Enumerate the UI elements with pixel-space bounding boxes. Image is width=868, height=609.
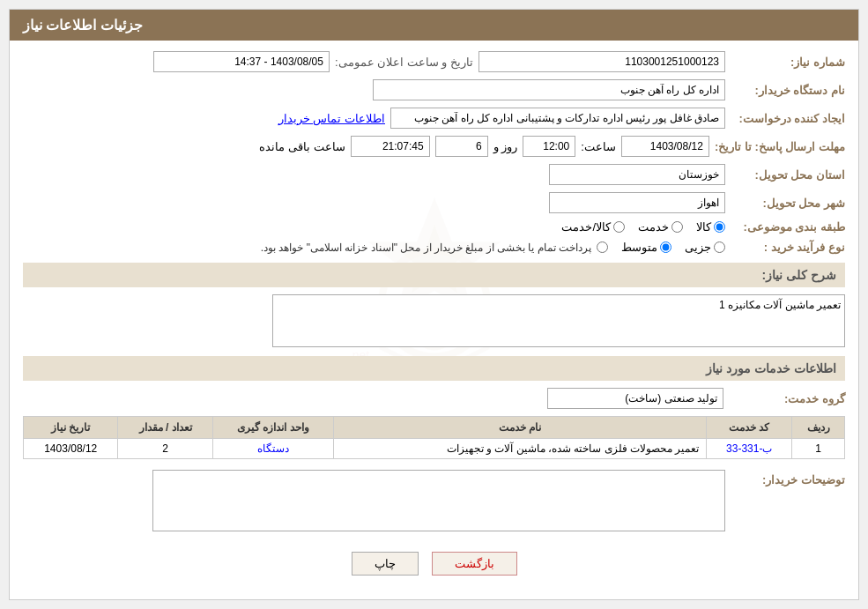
province-input[interactable]: [549, 164, 725, 185]
buyer-notes-textarea[interactable]: [152, 470, 725, 531]
service-group-input[interactable]: [547, 388, 723, 409]
province-row: استان محل تحویل:: [23, 164, 845, 185]
col-header-unit: واحد اندازه گیری: [212, 417, 334, 439]
description-section-title: شرح کلی نیاز:: [23, 263, 845, 287]
cell-code: ب-331-33: [707, 439, 792, 459]
deadline-remaining-input[interactable]: [351, 136, 430, 157]
category-option-khedmat[interactable]: خدمت: [638, 220, 683, 234]
category-radio-group: کالا خدمت کالا/خدمت: [561, 220, 725, 234]
cell-unit: دستگاه: [212, 439, 334, 459]
description-row: تعمیر ماشین آلات مکانیزه 1: [23, 294, 845, 347]
purchase-type-radio-group: جزیی متوسط: [597, 241, 725, 254]
buyer-org-row: نام دستگاه خریدار:: [23, 79, 845, 100]
creator-input[interactable]: [390, 108, 725, 129]
col-header-quantity: تعداد / مقدار: [118, 417, 212, 439]
service-group-row: گروه خدمت:: [23, 388, 845, 409]
days-label: روز و: [493, 140, 518, 153]
service-group-label: گروه خدمت:: [731, 392, 845, 405]
cell-row: 1: [792, 439, 845, 459]
col-header-date: تاریخ نیاز: [24, 417, 118, 439]
need-number-label: شماره نیاز:: [731, 56, 845, 69]
contact-info-link[interactable]: اطلاعات تماس خریدار: [278, 112, 385, 125]
description-textarea[interactable]: تعمیر ماشین آلات مکانیزه 1: [272, 294, 845, 347]
category-option-kala-khedmat[interactable]: کالا/خدمت: [561, 220, 625, 234]
category-option-kala[interactable]: کالا: [696, 220, 725, 234]
city-input[interactable]: [549, 192, 725, 213]
category-row: طبقه بندی موضوعی: کالا خدمت کالا/خدمت: [23, 220, 845, 234]
print-button[interactable]: چاپ: [352, 552, 419, 576]
button-bar: بازگشت چاپ: [23, 538, 845, 589]
need-number-row: شماره نیاز: تاریخ و ساعت اعلان عمومی:: [23, 51, 845, 72]
creator-row: ایجاد کننده درخواست: اطلاعات تماس خریدار: [23, 108, 845, 129]
buyer-notes-row: توضیحات خریدار:: [23, 470, 845, 531]
deadline-days-input[interactable]: [435, 136, 488, 157]
col-header-name: نام خدمت: [334, 417, 707, 439]
province-label: استان محل تحویل:: [731, 168, 845, 182]
purchase-option-motavasset[interactable]: متوسط: [621, 241, 671, 254]
purchase-type-row: نوع فرآیند خرید : جزیی متوسط پرداخت تمام…: [23, 241, 845, 254]
purchase-type-label: نوع فرآیند خرید :: [731, 241, 845, 254]
remaining-label: ساعت باقی مانده: [259, 140, 345, 153]
deadline-row: مهلت ارسال پاسخ: تا تاریخ: ساعت: روز و س…: [23, 136, 845, 157]
deadline-label: مهلت ارسال پاسخ: تا تاریخ:: [715, 140, 845, 153]
city-row: شهر محل تحویل:: [23, 192, 845, 213]
services-section-title: اطلاعات خدمات مورد نیاز: [23, 356, 845, 381]
need-number-input[interactable]: [479, 51, 725, 72]
category-label: طبقه بندی موضوعی:: [731, 220, 845, 234]
announcement-input[interactable]: [153, 51, 330, 72]
services-table: ردیف کد خدمت نام خدمت واحد اندازه گیری ت…: [23, 416, 845, 459]
cell-name: تعمیر محصولات فلزی ساخته شده، ماشین آلات…: [334, 439, 707, 459]
table-row: 1 ب-331-33 تعمیر محصولات فلزی ساخته شده،…: [24, 439, 845, 459]
buyer-org-label: نام دستگاه خریدار:: [731, 84, 845, 97]
announcement-label: تاریخ و ساعت اعلان عمومی:: [335, 56, 473, 69]
buyer-org-input[interactable]: [373, 79, 725, 100]
cell-quantity: 2: [118, 439, 212, 459]
buyer-notes-label: توضیحات خریدار:: [731, 470, 845, 486]
deadline-date-input[interactable]: [621, 136, 709, 157]
page-header: جزئیات اطلاعات نیاز: [10, 10, 858, 41]
page-title: جزئیات اطلاعات نیاز: [23, 18, 143, 33]
purchase-option-empty[interactable]: [597, 241, 608, 253]
purchase-type-note: پرداخت تمام یا بخشی از مبلغ خریدار از مح…: [261, 241, 591, 254]
col-header-row: ردیف: [792, 417, 845, 439]
creator-label: ایجاد کننده درخواست:: [731, 112, 845, 125]
deadline-time-input[interactable]: [523, 136, 575, 157]
purchase-option-jozi[interactable]: جزیی: [685, 241, 725, 254]
back-button[interactable]: بازگشت: [432, 552, 517, 576]
col-header-code: کد خدمت: [707, 417, 792, 439]
cell-date: 1403/08/12: [24, 439, 118, 459]
time-label: ساعت:: [581, 140, 616, 153]
city-label: شهر محل تحویل:: [731, 197, 845, 210]
